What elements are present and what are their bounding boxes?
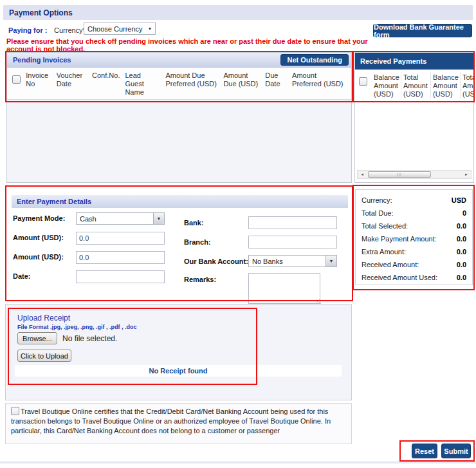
- scroll-left-icon[interactable]: ◄: [358, 171, 367, 178]
- enter-payment-details-section: Enter Payment Details Payment Mode: Cash…: [6, 187, 352, 300]
- select-all-payments-checkbox[interactable]: [359, 77, 367, 86]
- received-payments-title: Received Payments: [355, 53, 473, 70]
- certification-checkbox[interactable]: [11, 407, 19, 415]
- resize-grip-icon[interactable]: [316, 299, 321, 304]
- received-payments-column-headers: Balance Amount (USD) Total Amount (USD) …: [355, 70, 473, 102]
- upload-receipt-section: Upload Receipt File Format .jpg, .jpeg, …: [5, 304, 352, 400]
- footer-divider: [0, 462, 476, 463]
- column-header-amount-preferred: Amount Preferred (USD): [292, 70, 347, 88]
- enter-payment-details-title: Enter Payment Details: [12, 195, 348, 208]
- amount-input-1[interactable]: [76, 232, 165, 245]
- amount-input-2[interactable]: [76, 251, 165, 264]
- page-title: Payment Options: [3, 5, 473, 20]
- horizontal-scrollbar[interactable]: ◄ ||| ►: [357, 170, 471, 179]
- scrollbar-thumb[interactable]: |||: [368, 171, 431, 178]
- column-header-due-date: Due Date: [265, 70, 288, 88]
- column-header-balance-amount-2: Balance Amount (USD): [431, 72, 461, 98]
- bank-input[interactable]: [248, 216, 337, 229]
- column-header-balance-amount-1: Balance Amount (USD): [372, 72, 401, 98]
- payment-mode-select[interactable]: Cash ▼: [76, 212, 165, 225]
- browse-button[interactable]: Browse...: [17, 332, 57, 344]
- warning-text: Please ensure that you check off pending…: [6, 37, 392, 53]
- pending-invoices-title: Pending Invoices: [13, 56, 280, 64]
- date-label: Date:: [13, 272, 31, 280]
- column-header-total-amount-2: Total Amount (USD): [461, 72, 473, 98]
- summary-row: Extra Amount: 0.0: [362, 245, 466, 258]
- bank-label: Bank:: [184, 219, 204, 227]
- summary-row: Total Due: 0: [362, 207, 466, 220]
- summary-row: Received Amount: 0.0: [362, 258, 466, 271]
- pending-invoices-column-headers: Invoice No Voucher Date Conf.No. Lead Gu…: [7, 68, 351, 100]
- column-header-total-amount-1: Total Amount (USD): [401, 72, 431, 98]
- summary-value: 0.0: [457, 248, 466, 256]
- column-header-voucher-date: Voucher Date: [57, 70, 87, 88]
- branch-input[interactable]: [248, 236, 337, 248]
- column-header-amount-due: Amount Due (USD): [223, 70, 261, 88]
- payment-mode-value: Cash: [77, 215, 153, 223]
- summary-value: 0.0: [457, 235, 466, 243]
- column-header-invoice-no: Invoice No: [26, 70, 52, 88]
- receipt-list-area: No Receipt found: [15, 365, 342, 377]
- summary-value: 0.0: [457, 274, 466, 281]
- amount-label-2: Amount (USD):: [13, 253, 64, 261]
- received-payments-panel: Received Payments Balance Amount (USD) T…: [354, 52, 474, 183]
- summary-row: Total Selected: 0.0: [362, 220, 466, 232]
- summary-value: 0.0: [457, 261, 466, 268]
- date-input[interactable]: [76, 270, 165, 283]
- summary-value: USD: [452, 196, 466, 204]
- net-outstanding-button[interactable]: Net Outstanding: [280, 54, 349, 66]
- summary-row: Received Amount Used: 0.0: [362, 271, 466, 284]
- payment-mode-label: Payment Mode:: [13, 214, 65, 222]
- certification-block: Travel Boutique Online certifies that th…: [5, 403, 352, 444]
- branch-label: Branch:: [184, 238, 211, 246]
- payment-options-page: Payment Options Paying for : Currency* C…: [0, 0, 476, 468]
- our-bank-account-value: No Banks: [249, 257, 325, 265]
- remarks-label: Remarks:: [184, 276, 216, 283]
- pending-invoices-panel: Pending Invoices Net Outstanding Invoice…: [6, 52, 352, 183]
- summary-value: 0.0: [457, 222, 466, 230]
- summary-value: 0: [462, 209, 466, 217]
- scroll-right-icon[interactable]: ►: [462, 171, 471, 178]
- amount-label-1: Amount (USD):: [13, 234, 64, 241]
- download-bank-guarantee-button[interactable]: Download Bank Guarantee form: [373, 24, 472, 37]
- paying-for-label: Paying for :: [8, 26, 48, 34]
- chevron-down-icon: ▼: [325, 256, 336, 267]
- select-all-invoices-checkbox[interactable]: [12, 75, 21, 84]
- no-file-selected-text: No file selected.: [62, 334, 117, 343]
- column-header-conf-no: Conf.No.: [92, 70, 120, 80]
- certification-text: Travel Boutique Online certifies that th…: [11, 407, 331, 435]
- our-bank-account-label: Our Bank Account:: [184, 257, 248, 265]
- payment-summary-panel: Currency: USD Total Due: 0 Total Selecte…: [355, 189, 473, 285]
- upload-receipt-title: Upload Receipt: [17, 314, 70, 323]
- no-receipt-found-text: No Receipt found: [149, 367, 207, 375]
- chevron-down-icon: ▼: [145, 26, 155, 31]
- chevron-down-icon: ▼: [153, 213, 164, 224]
- currency-label: Currency*: [54, 26, 86, 34]
- currency-select[interactable]: Choose Currency ▼: [84, 23, 156, 35]
- column-header-amount-due-preferred: Amount Due Preferred (USD): [165, 70, 219, 88]
- summary-row: Make Payment Amount: 0.0: [362, 232, 466, 245]
- column-header-lead-guest-name: Lead Guest Name: [125, 70, 161, 97]
- pending-invoices-header: Pending Invoices Net Outstanding: [7, 53, 351, 68]
- reset-button[interactable]: Reset: [412, 444, 437, 458]
- our-bank-account-select[interactable]: No Banks ▼: [248, 255, 337, 267]
- submit-button[interactable]: Submit: [441, 444, 471, 458]
- summary-row: Currency: USD: [362, 194, 466, 207]
- remarks-textarea[interactable]: [248, 273, 320, 304]
- click-to-upload-button[interactable]: Click to Upload: [17, 350, 71, 362]
- file-format-hint: File Format .jpg, .jpeg, .png, .gif , .p…: [17, 324, 137, 330]
- currency-select-value: Choose Currency: [84, 25, 145, 33]
